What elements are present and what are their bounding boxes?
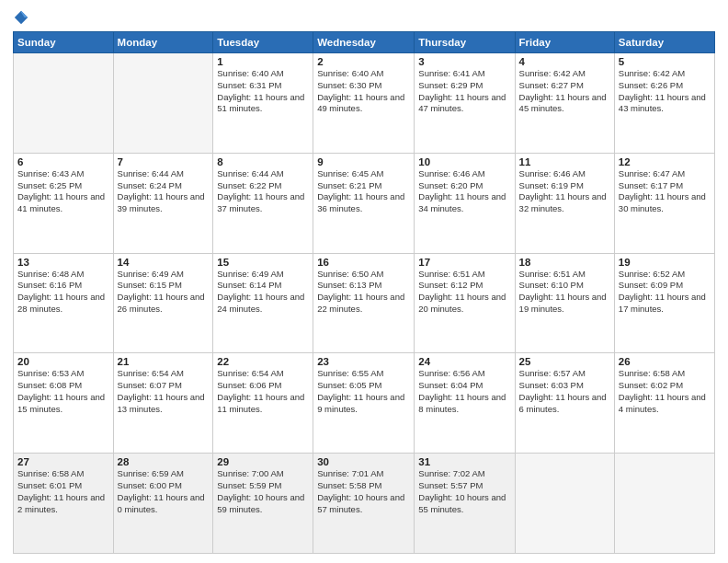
calendar-week-row: 20Sunrise: 6:53 AM Sunset: 6:08 PM Dayli… — [14, 353, 715, 454]
day-number: 25 — [519, 356, 610, 367]
calendar-week-row: 1Sunrise: 6:40 AM Sunset: 6:31 PM Daylig… — [14, 53, 715, 154]
calendar-cell: 26Sunrise: 6:58 AM Sunset: 6:02 PM Dayli… — [614, 353, 714, 454]
day-number: 16 — [317, 257, 410, 268]
day-number: 19 — [619, 257, 711, 268]
day-number: 26 — [619, 356, 711, 367]
calendar-cell: 1Sunrise: 6:40 AM Sunset: 6:31 PM Daylig… — [213, 53, 313, 154]
calendar-cell: 7Sunrise: 6:44 AM Sunset: 6:24 PM Daylig… — [113, 153, 213, 253]
calendar-cell: 9Sunrise: 6:45 AM Sunset: 6:21 PM Daylig… — [313, 153, 415, 253]
calendar-cell: 29Sunrise: 7:00 AM Sunset: 5:59 PM Dayli… — [213, 454, 313, 554]
day-detail: Sunrise: 7:02 AM Sunset: 5:57 PM Dayligh… — [418, 468, 510, 515]
day-number: 3 — [418, 56, 510, 67]
calendar-cell: 11Sunrise: 6:46 AM Sunset: 6:19 PM Dayli… — [515, 153, 614, 253]
calendar-cell: 2Sunrise: 6:40 AM Sunset: 6:30 PM Daylig… — [313, 53, 415, 154]
day-number: 20 — [17, 356, 109, 367]
calendar-cell: 19Sunrise: 6:52 AM Sunset: 6:09 PM Dayli… — [614, 253, 714, 353]
calendar-week-row: 6Sunrise: 6:43 AM Sunset: 6:25 PM Daylig… — [14, 153, 715, 253]
day-number: 22 — [217, 356, 309, 367]
calendar-cell: 17Sunrise: 6:51 AM Sunset: 6:12 PM Dayli… — [415, 253, 515, 353]
logo-icon — [13, 9, 29, 26]
day-header-friday: Friday — [515, 32, 614, 53]
day-detail: Sunrise: 6:59 AM Sunset: 6:00 PM Dayligh… — [118, 468, 210, 515]
calendar-cell: 18Sunrise: 6:51 AM Sunset: 6:10 PM Dayli… — [515, 253, 614, 353]
day-header-saturday: Saturday — [614, 32, 714, 53]
day-number: 8 — [217, 156, 309, 167]
day-detail: Sunrise: 6:51 AM Sunset: 6:10 PM Dayligh… — [519, 269, 610, 316]
calendar-cell: 30Sunrise: 7:01 AM Sunset: 5:58 PM Dayli… — [313, 454, 415, 554]
day-detail: Sunrise: 6:42 AM Sunset: 6:26 PM Dayligh… — [619, 68, 711, 115]
day-detail: Sunrise: 6:53 AM Sunset: 6:08 PM Dayligh… — [17, 368, 109, 415]
day-number: 30 — [317, 456, 410, 467]
day-header-sunday: Sunday — [14, 32, 114, 53]
day-number: 11 — [519, 156, 610, 167]
day-number: 28 — [118, 456, 210, 467]
calendar-cell: 12Sunrise: 6:47 AM Sunset: 6:17 PM Dayli… — [614, 153, 714, 253]
day-number: 4 — [519, 56, 610, 67]
day-number: 14 — [118, 257, 210, 268]
day-detail: Sunrise: 6:40 AM Sunset: 6:30 PM Dayligh… — [317, 68, 410, 115]
day-number: 29 — [217, 456, 309, 467]
day-number: 7 — [118, 156, 210, 167]
calendar-cell: 5Sunrise: 6:42 AM Sunset: 6:26 PM Daylig… — [614, 53, 714, 154]
calendar-cell: 13Sunrise: 6:48 AM Sunset: 6:16 PM Dayli… — [14, 253, 114, 353]
day-detail: Sunrise: 6:42 AM Sunset: 6:27 PM Dayligh… — [519, 68, 610, 115]
day-header-wednesday: Wednesday — [313, 32, 415, 53]
calendar-cell: 3Sunrise: 6:41 AM Sunset: 6:29 PM Daylig… — [415, 53, 515, 154]
day-detail: Sunrise: 6:58 AM Sunset: 6:02 PM Dayligh… — [619, 368, 711, 415]
day-detail: Sunrise: 6:54 AM Sunset: 6:07 PM Dayligh… — [118, 368, 210, 415]
calendar-cell: 21Sunrise: 6:54 AM Sunset: 6:07 PM Dayli… — [113, 353, 213, 454]
day-detail: Sunrise: 6:58 AM Sunset: 6:01 PM Dayligh… — [17, 468, 109, 515]
calendar-cell: 24Sunrise: 6:56 AM Sunset: 6:04 PM Dayli… — [415, 353, 515, 454]
calendar-cell: 15Sunrise: 6:49 AM Sunset: 6:14 PM Dayli… — [213, 253, 313, 353]
day-number: 1 — [217, 56, 309, 67]
calendar-cell — [614, 454, 714, 554]
day-header-thursday: Thursday — [415, 32, 515, 53]
day-number: 6 — [17, 156, 109, 167]
calendar-cell: 6Sunrise: 6:43 AM Sunset: 6:25 PM Daylig… — [14, 153, 114, 253]
day-header-tuesday: Tuesday — [213, 32, 313, 53]
calendar-cell: 22Sunrise: 6:54 AM Sunset: 6:06 PM Dayli… — [213, 353, 313, 454]
day-number: 12 — [619, 156, 711, 167]
day-detail: Sunrise: 6:47 AM Sunset: 6:17 PM Dayligh… — [619, 168, 711, 215]
day-detail: Sunrise: 6:44 AM Sunset: 6:22 PM Dayligh… — [217, 168, 309, 215]
day-detail: Sunrise: 6:54 AM Sunset: 6:06 PM Dayligh… — [217, 368, 309, 415]
calendar-cell: 31Sunrise: 7:02 AM Sunset: 5:57 PM Dayli… — [415, 454, 515, 554]
calendar-cell — [515, 454, 614, 554]
day-number: 17 — [418, 257, 510, 268]
day-detail: Sunrise: 6:57 AM Sunset: 6:03 PM Dayligh… — [519, 368, 610, 415]
day-number: 21 — [118, 356, 210, 367]
calendar-cell: 16Sunrise: 6:50 AM Sunset: 6:13 PM Dayli… — [313, 253, 415, 353]
calendar-cell: 25Sunrise: 6:57 AM Sunset: 6:03 PM Dayli… — [515, 353, 614, 454]
calendar-week-row: 13Sunrise: 6:48 AM Sunset: 6:16 PM Dayli… — [14, 253, 715, 353]
day-header-monday: Monday — [113, 32, 213, 53]
day-number: 5 — [619, 56, 711, 67]
day-detail: Sunrise: 6:45 AM Sunset: 6:21 PM Dayligh… — [317, 168, 410, 215]
calendar-cell: 10Sunrise: 6:46 AM Sunset: 6:20 PM Dayli… — [415, 153, 515, 253]
day-number: 27 — [17, 456, 109, 467]
day-detail: Sunrise: 7:00 AM Sunset: 5:59 PM Dayligh… — [217, 468, 309, 515]
day-number: 13 — [17, 257, 109, 268]
day-detail: Sunrise: 7:01 AM Sunset: 5:58 PM Dayligh… — [317, 468, 410, 515]
day-number: 31 — [418, 456, 510, 467]
calendar-cell — [14, 53, 114, 154]
day-number: 2 — [317, 56, 410, 67]
day-detail: Sunrise: 6:51 AM Sunset: 6:12 PM Dayligh… — [418, 269, 510, 316]
calendar-cell: 8Sunrise: 6:44 AM Sunset: 6:22 PM Daylig… — [213, 153, 313, 253]
calendar-cell: 20Sunrise: 6:53 AM Sunset: 6:08 PM Dayli… — [14, 353, 114, 454]
page: SundayMondayTuesdayWednesdayThursdayFrid… — [0, 0, 728, 563]
day-detail: Sunrise: 6:43 AM Sunset: 6:25 PM Dayligh… — [17, 168, 109, 215]
day-detail: Sunrise: 6:40 AM Sunset: 6:31 PM Dayligh… — [217, 68, 309, 115]
day-detail: Sunrise: 6:41 AM Sunset: 6:29 PM Dayligh… — [418, 68, 510, 115]
calendar-cell: 14Sunrise: 6:49 AM Sunset: 6:15 PM Dayli… — [113, 253, 213, 353]
header — [13, 9, 715, 26]
day-number: 18 — [519, 257, 610, 268]
day-detail: Sunrise: 6:46 AM Sunset: 6:19 PM Dayligh… — [519, 168, 610, 215]
day-number: 10 — [418, 156, 510, 167]
day-detail: Sunrise: 6:49 AM Sunset: 6:14 PM Dayligh… — [217, 269, 309, 316]
day-detail: Sunrise: 6:49 AM Sunset: 6:15 PM Dayligh… — [118, 269, 210, 316]
day-detail: Sunrise: 6:52 AM Sunset: 6:09 PM Dayligh… — [619, 269, 711, 316]
day-detail: Sunrise: 6:48 AM Sunset: 6:16 PM Dayligh… — [17, 269, 109, 316]
day-number: 24 — [418, 356, 510, 367]
calendar-cell: 23Sunrise: 6:55 AM Sunset: 6:05 PM Dayli… — [313, 353, 415, 454]
day-detail: Sunrise: 6:46 AM Sunset: 6:20 PM Dayligh… — [418, 168, 510, 215]
